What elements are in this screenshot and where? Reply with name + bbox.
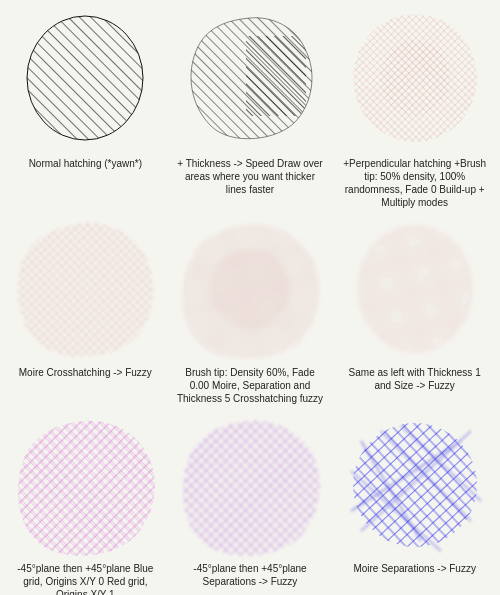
- svg-rect-35: [11, 411, 159, 559]
- svg-rect-41: [176, 411, 324, 559]
- canvas-5: [176, 215, 324, 363]
- canvas-3: [341, 6, 489, 154]
- svg-point-29: [357, 225, 473, 353]
- canvas-6: [341, 215, 489, 363]
- cell-5: Brush tip: Density 60%, Fade 0.00 Moire,…: [169, 213, 332, 407]
- svg-point-2: [27, 16, 143, 140]
- canvas-2: [176, 6, 324, 154]
- caption-1: Normal hatching (*yawn*): [29, 157, 142, 170]
- caption-5: Brush tip: Density 60%, Fade 0.00 Moire,…: [175, 366, 325, 405]
- canvas-8: [176, 411, 324, 559]
- svg-rect-48: [341, 411, 489, 559]
- caption-2: + Thickness -> Speed Draw over areas whe…: [175, 157, 325, 196]
- main-grid: Normal hatching (*yawn*): [0, 0, 500, 595]
- caption-3: +Perpendicular hatching +Brush tip: 50% …: [340, 157, 490, 209]
- caption-4: Moire Crosshatching -> Fuzzy: [19, 366, 152, 379]
- cell-3: +Perpendicular hatching +Brush tip: 50% …: [333, 4, 496, 211]
- svg-rect-18: [11, 215, 159, 363]
- canvas-1: [11, 6, 159, 154]
- canvas-7: [11, 411, 159, 559]
- cell-7: -45°plane then +45°plane Blue grid, Orig…: [4, 409, 167, 595]
- caption-6: Same as left with Thickness 1 and Size -…: [340, 366, 490, 392]
- svg-point-24: [210, 249, 290, 329]
- cell-4: Moire Crosshatching -> Fuzzy: [4, 213, 167, 407]
- caption-7: -45°plane then +45°plane Blue grid, Orig…: [10, 562, 160, 595]
- canvas-4: [11, 215, 159, 363]
- cell-6: Same as left with Thickness 1 and Size -…: [333, 213, 496, 407]
- canvas-9: [341, 411, 489, 559]
- caption-9: Moire Separations -> Fuzzy: [353, 562, 476, 575]
- cell-9: Moire Separations -> Fuzzy: [333, 409, 496, 595]
- svg-rect-7: [246, 36, 306, 116]
- caption-8: -45°plane then +45°plane Separations -> …: [175, 562, 325, 588]
- svg-point-14: [380, 40, 450, 116]
- cell-2: + Thickness -> Speed Draw over areas whe…: [169, 4, 332, 211]
- cell-1: Normal hatching (*yawn*): [4, 4, 167, 211]
- cell-8: -45°plane then +45°plane Separations -> …: [169, 409, 332, 595]
